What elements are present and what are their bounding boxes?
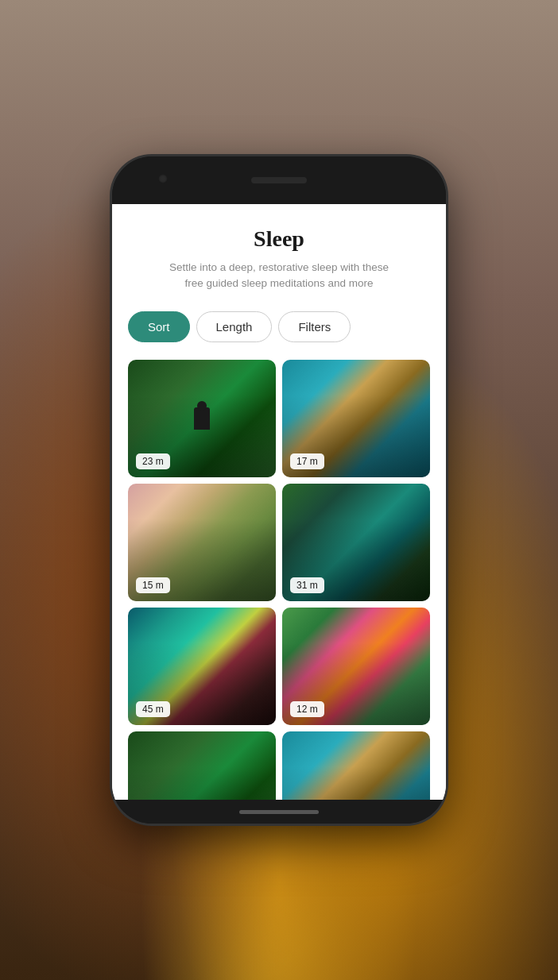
filter-buttons-group: Sort Length Filters bbox=[128, 311, 430, 342]
grid-item-6[interactable]: 12 m bbox=[282, 608, 430, 725]
sort-button[interactable]: Sort bbox=[128, 311, 190, 342]
grid-item-8[interactable] bbox=[282, 731, 430, 801]
grid-item-image-8 bbox=[282, 731, 430, 801]
phone-top-bar bbox=[112, 156, 446, 204]
duration-badge-2: 17 m bbox=[290, 453, 324, 469]
grid-item-7[interactable] bbox=[128, 731, 276, 801]
speaker-grille bbox=[251, 177, 307, 183]
meditation-grid: 23 m 17 m 15 m 31 m 45 m bbox=[128, 360, 430, 801]
length-button[interactable]: Length bbox=[196, 311, 273, 342]
duration-badge-1: 23 m bbox=[136, 453, 170, 469]
app-header: Sleep Settle into a deep, restorative sl… bbox=[128, 226, 430, 292]
grid-item-2[interactable]: 17 m bbox=[282, 360, 430, 477]
page-title: Sleep bbox=[128, 226, 430, 252]
duration-badge-3: 15 m bbox=[136, 577, 170, 593]
duration-badge-4: 31 m bbox=[290, 577, 324, 593]
duration-badge-5: 45 m bbox=[136, 701, 170, 717]
person-silhouette-1 bbox=[193, 408, 211, 444]
phone-screen: Sleep Settle into a deep, restorative sl… bbox=[112, 204, 446, 800]
home-indicator bbox=[112, 800, 446, 824]
duration-badge-6: 12 m bbox=[290, 701, 324, 717]
page-subtitle: Settle into a deep, restorative sleep wi… bbox=[168, 260, 390, 292]
grid-item-5[interactable]: 45 m bbox=[128, 608, 276, 725]
phone-frame: Sleep Settle into a deep, restorative sl… bbox=[112, 156, 446, 824]
app-content: Sleep Settle into a deep, restorative sl… bbox=[112, 204, 446, 800]
grid-item-4[interactable]: 31 m bbox=[282, 484, 430, 601]
camera-icon bbox=[158, 174, 168, 183]
filters-button[interactable]: Filters bbox=[278, 311, 351, 342]
home-bar bbox=[239, 810, 319, 814]
grid-item-1[interactable]: 23 m bbox=[128, 360, 276, 477]
grid-item-image-7 bbox=[128, 731, 276, 801]
grid-item-3[interactable]: 15 m bbox=[128, 484, 276, 601]
